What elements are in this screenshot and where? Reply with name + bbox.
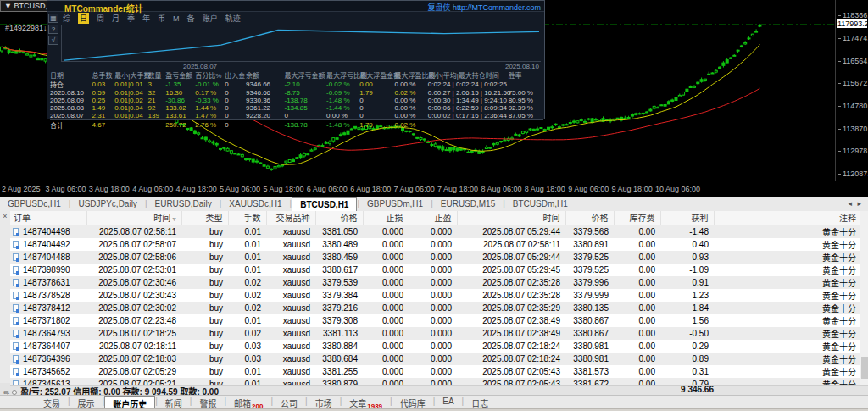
orders-col-header[interactable]: 订单 xyxy=(10,211,86,225)
stats-cell: 0 xyxy=(225,120,246,131)
order-cell: 2025.08.07 02:35:28 xyxy=(457,289,565,302)
mtcommander-menu-item-币[interactable]: 币 xyxy=(158,13,165,24)
mtcommander-brand-link[interactable]: 复盘侠 http://MTCommander.com xyxy=(427,2,541,13)
terminal-tab-市场[interactable]: 市场 xyxy=(308,396,340,408)
order-cell: 2025.08.07 02:53:01 xyxy=(86,264,181,276)
time-axis[interactable]: 2 Aug 20253 Aug 06:003 Aug 18:004 Aug 06… xyxy=(0,181,868,197)
mtcommander-menu-item-日[interactable]: 日 xyxy=(78,13,89,24)
close-toolbox-icon[interactable]: × xyxy=(0,211,10,221)
panel-side-button-1[interactable]: ? xyxy=(48,25,58,34)
panel-side-button-2[interactable]: √ xyxy=(48,36,58,45)
stats-cell: 0.01|0.04 xyxy=(114,89,147,97)
chart-tab-GBPUSDm-H1[interactable]: GBPUSDm,H1 xyxy=(359,197,431,211)
orders-scrollbar[interactable] xyxy=(860,211,868,385)
order-doc-icon xyxy=(13,317,19,325)
order-cell: buy xyxy=(181,302,228,314)
terminal-tab-代码库[interactable]: 代码库 xyxy=(392,396,433,408)
stats-cell: -2.10 xyxy=(285,80,327,89)
terminal-tab-交易[interactable]: 交易 xyxy=(36,396,68,408)
order-cell: 0.000 xyxy=(363,378,409,386)
chart-tab-EURUSD-Daily[interactable]: EURUSD,Daily xyxy=(147,197,219,211)
order-cell: xauusd xyxy=(266,314,315,327)
chart-tab-bar: GBPUSDc,H1|USDJPYc,Daily|EURUSD,Daily|XA… xyxy=(0,197,868,211)
terminal-tab-公司[interactable]: 公司 xyxy=(273,396,305,408)
order-cell: 黄金十分 xyxy=(714,289,860,302)
panel-side-button-0[interactable]: ▦ xyxy=(48,14,58,23)
mtcommander-menu-item-季[interactable]: 季 xyxy=(127,13,135,24)
order-cell: 0.000 xyxy=(363,238,409,251)
balance-curve-chart[interactable] xyxy=(61,25,541,62)
order-cell: 0.000 xyxy=(409,264,457,276)
tab-scroll-arrows-icon[interactable]: ◂ ▸ xyxy=(848,197,868,211)
orders-col-header[interactable]: 时间 xyxy=(457,211,565,225)
account-history-panel: 订单时间 ▿类型手数交易品种价格止损止盈时间价格库存费获利注释 14874044… xyxy=(10,211,860,385)
order-cell: 2025.08.07 02:18:25 xyxy=(86,327,181,340)
chart-tab-USDJPYc-Daily[interactable]: USDJPYc,Daily xyxy=(70,197,144,211)
chart-tab-GBPUSDc-H1[interactable]: GBPUSDc,H1 xyxy=(0,197,69,211)
terminal-tab-文章[interactable]: 文章1939 xyxy=(342,396,390,408)
mtcommander-menu-item-周[interactable]: 周 xyxy=(97,13,104,24)
order-row[interactable]: 14873644072025.08.07 02:18:11buy0.03xauu… xyxy=(10,340,860,353)
daily-stats-header: 日期总手数最小|大手数数量盈亏金额百分比%出入金余额最大浮亏金额最大浮亏比例最大… xyxy=(50,70,543,80)
stats-cell: 0 xyxy=(225,89,246,97)
order-cell: 2025.08.07 02:30:43 xyxy=(86,289,181,302)
stats-cell: 9228.20 xyxy=(246,112,284,120)
mtcommander-menu-item-备[interactable]: 备 xyxy=(187,13,195,24)
mtcommander-menu-item-综[interactable]: 综 xyxy=(63,13,70,24)
orders-col-header[interactable]: 获利 xyxy=(660,211,714,225)
orders-col-header[interactable]: 手数 xyxy=(228,211,266,225)
orders-col-header[interactable]: 止损 xyxy=(363,211,409,225)
orders-col-header[interactable]: 交易品种 xyxy=(266,211,315,225)
order-row[interactable]: 14873643962025.08.07 02:18:03buy0.03xauu… xyxy=(10,353,860,365)
order-row[interactable]: 14873786312025.08.07 02:30:46buy0.02xauu… xyxy=(10,276,860,289)
order-cell: 2025.08.07 05:29:45 xyxy=(457,264,565,276)
orders-col-header[interactable]: 价格 xyxy=(315,211,363,225)
orders-col-header[interactable]: 库存费 xyxy=(614,211,660,225)
time-tick: 10 Aug 06:00 xyxy=(655,185,700,193)
orders-col-header[interactable]: 止盈 xyxy=(409,211,457,225)
terminal-tab-账户历史[interactable]: 账户历史 xyxy=(104,396,155,408)
order-row[interactable]: 14873456132025.08.07 02:05:21buy0.01xauu… xyxy=(10,378,860,386)
terminal-tab-日志[interactable]: 日志 xyxy=(464,396,496,408)
mtcommander-menu-item-月[interactable]: 月 xyxy=(112,13,120,24)
order-row[interactable]: 14874044882025.08.07 02:58:06buy0.01xauu… xyxy=(10,251,860,264)
mtcommander-menu-item-账户[interactable]: 账户 xyxy=(203,13,218,24)
order-cell: 3379.539 xyxy=(315,276,363,289)
terminal-tab-邮箱[interactable]: 邮箱200 xyxy=(226,396,270,408)
balance-axis-label-end: 2025.08.10 xyxy=(505,63,539,70)
order-cell: 1487371802 xyxy=(10,314,86,327)
order-row[interactable]: 14873718022025.08.07 02:23:48buy0.01xauu… xyxy=(10,314,860,327)
terminal-tab-展示[interactable]: 展示 xyxy=(70,396,103,408)
stats-cell: 0.02 % xyxy=(395,89,428,97)
chart-tab-XAUUSDc-H1[interactable]: XAUUSDc,H1 xyxy=(221,197,289,211)
mtcommander-menu-item-轨迹[interactable]: 轨迹 xyxy=(225,13,241,24)
orders-col-header[interactable]: 时间 ▿ xyxy=(86,211,181,225)
terminal-tab-警报[interactable]: 警报 xyxy=(192,396,224,408)
orders-col-header[interactable]: 注释 xyxy=(714,211,860,225)
terminal-tab-EA[interactable]: EA xyxy=(435,396,461,408)
order-row[interactable]: 14873456522025.08.07 02:05:29buy0.01xauu… xyxy=(10,365,860,378)
order-cell: 0.00 xyxy=(614,289,660,302)
stats-cell: 9346.66 xyxy=(246,89,284,97)
orders-col-header[interactable]: 类型 xyxy=(181,211,228,225)
order-row[interactable]: 14873785282025.08.07 02:30:43buy0.02xauu… xyxy=(10,289,860,302)
order-row[interactable]: 14873647932025.08.07 02:18:25buy0.02xauu… xyxy=(10,327,860,340)
order-row[interactable]: 14874044922025.08.07 02:58:07buy0.01xauu… xyxy=(10,238,860,251)
stats-cell: 1.47 % xyxy=(195,112,225,120)
stats-cell: 2.76 % xyxy=(195,120,225,131)
order-row[interactable]: 14873784122025.08.07 02:30:02buy0.02xauu… xyxy=(10,302,860,314)
scrollbar-thumb[interactable] xyxy=(861,357,868,379)
order-cell: 0.000 xyxy=(363,276,409,289)
mtcommander-menu-item-M[interactable]: M xyxy=(173,14,180,23)
order-row[interactable]: 14873989902025.08.07 02:53:01buy0.01xauu… xyxy=(10,264,860,276)
chart-tab-BTCUSDm-H1[interactable]: BTCUSDm,H1 xyxy=(505,197,576,211)
order-row[interactable]: 14874044982025.08.07 02:58:11buy0.01xauu… xyxy=(10,225,860,238)
chart-tab-EURUSD-M15[interactable]: EURUSD,M15 xyxy=(433,197,503,211)
toolbox-gutter: × xyxy=(0,211,10,385)
chart-tab-BTCUSD-H1[interactable]: BTCUSD,H1 xyxy=(292,197,357,211)
mtcommander-panel[interactable]: MTCommander统计 复盘侠 http://MTCommander.com… xyxy=(47,0,545,119)
mtcommander-menu-item-年[interactable]: 年 xyxy=(142,13,150,24)
terminal-tab-新闻[interactable]: 新闻 xyxy=(158,396,190,408)
price-axis[interactable]: 117993.29 118366.00117474.20116564.20115… xyxy=(835,0,868,181)
orders-col-header[interactable]: 价格 xyxy=(565,211,614,225)
